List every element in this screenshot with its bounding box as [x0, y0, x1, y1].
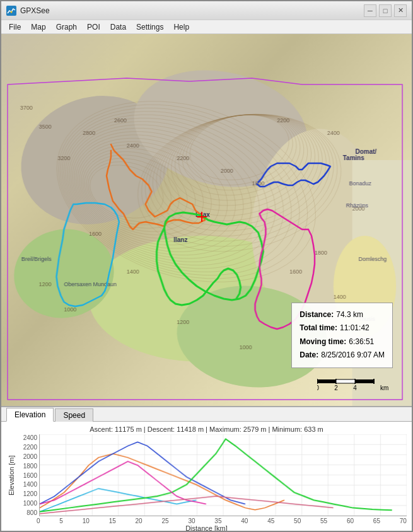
graph-section: Elevation Speed Ascent: 11175 m | Descen…: [1, 406, 412, 531]
graph-container: Ascent: 11175 m | Descent: 11418 m | Max…: [1, 422, 412, 532]
menu-bar: FileMapGraphPOIDataSettingsHelp: [1, 20, 412, 34]
moving-time-value: 6:36:51: [349, 335, 374, 349]
scale-bar: 0 2 4 km: [317, 376, 393, 393]
x-tick: 60: [347, 518, 354, 524]
y-tick: 1000: [16, 500, 37, 507]
map-area[interactable]: Distance: 74.3 km Total time: 11:01:42 M…: [1, 34, 412, 406]
graph-plot[interactable]: [39, 434, 407, 516]
tabs-row: Elevation Speed: [1, 407, 412, 422]
svg-text:0: 0: [317, 385, 319, 391]
graph-inner: Elevation [m] 24002200200018001600140012…: [1, 434, 412, 516]
svg-rect-0: [6, 6, 16, 16]
menu-item-poi[interactable]: POI: [82, 21, 105, 33]
x-tick: 45: [267, 518, 274, 524]
svg-point-1: [11, 11, 13, 13]
x-tick: 65: [373, 518, 380, 524]
title-bar: GPXSee ─ □ ✕: [1, 1, 412, 20]
menu-item-data[interactable]: Data: [105, 21, 131, 33]
x-axis-row: 0510152025303540455055606570: [1, 516, 412, 524]
date-label: Date:: [300, 349, 318, 362]
titlebar-left: GPXSee: [6, 6, 50, 16]
y-tick: 1200: [16, 490, 37, 497]
y-axis-label: Elevation [m]: [6, 434, 16, 516]
x-tick: 15: [109, 518, 116, 524]
minimize-button[interactable]: ─: [364, 4, 376, 17]
x-tick: 50: [294, 518, 301, 524]
y-tick: 1800: [16, 463, 37, 470]
menu-item-settings[interactable]: Settings: [131, 21, 168, 33]
distance-label: Distance:: [300, 308, 334, 322]
x-tick: 10: [83, 518, 90, 524]
svg-text:2: 2: [334, 385, 338, 391]
x-tick: 30: [188, 518, 195, 524]
maximize-button[interactable]: □: [379, 4, 392, 17]
x-tick: 20: [136, 518, 143, 524]
window-controls: ─ □ ✕: [364, 4, 407, 17]
x-tick: 35: [214, 518, 221, 524]
svg-text:4: 4: [353, 385, 357, 391]
date-value: 8/25/2016 9:07 AM: [321, 349, 385, 362]
close-button[interactable]: ✕: [394, 4, 407, 17]
y-tick: 1400: [16, 481, 37, 488]
svg-rect-9: [355, 379, 374, 383]
x-tick: 5: [59, 518, 63, 524]
y-tick: 2000: [16, 453, 37, 460]
y-tick: 800: [16, 509, 37, 516]
menu-item-graph[interactable]: Graph: [51, 21, 82, 33]
svg-rect-7: [317, 379, 336, 383]
app-icon: [6, 6, 16, 16]
elevation-canvas: [40, 434, 407, 516]
total-time-label: Total time:: [300, 321, 337, 335]
total-time-value: 11:01:42: [340, 321, 369, 335]
menu-item-file[interactable]: File: [4, 21, 26, 33]
moving-time-label: Moving time:: [300, 335, 346, 349]
info-popup: Distance: 74.3 km Total time: 11:01:42 M…: [291, 303, 393, 368]
menu-item-help[interactable]: Help: [168, 21, 194, 33]
svg-text:km: km: [380, 385, 388, 391]
tab-speed[interactable]: Speed: [55, 408, 93, 422]
scale-svg: 0 2 4 km: [317, 376, 393, 391]
x-tick: 40: [241, 518, 248, 524]
y-tick: 2400: [16, 434, 37, 441]
graph-stats: Ascent: 11175 m | Descent: 11418 m | Max…: [1, 424, 412, 434]
y-tick: 1600: [16, 472, 37, 479]
distance-value: 74.3 km: [336, 308, 363, 322]
x-tick: 0: [37, 518, 40, 524]
tab-elevation[interactable]: Elevation: [6, 408, 54, 422]
x-axis-label: Distance [km]: [1, 524, 412, 532]
x-tick: 25: [161, 518, 168, 524]
y-ticks: 24002200200018001600140012001000800: [16, 434, 39, 516]
x-tick: 70: [400, 518, 407, 524]
menu-item-map[interactable]: Map: [26, 21, 50, 33]
svg-rect-8: [336, 379, 355, 383]
x-tick: 55: [320, 518, 327, 524]
app-title: GPXSee: [20, 6, 50, 15]
y-tick: 2200: [16, 444, 37, 451]
